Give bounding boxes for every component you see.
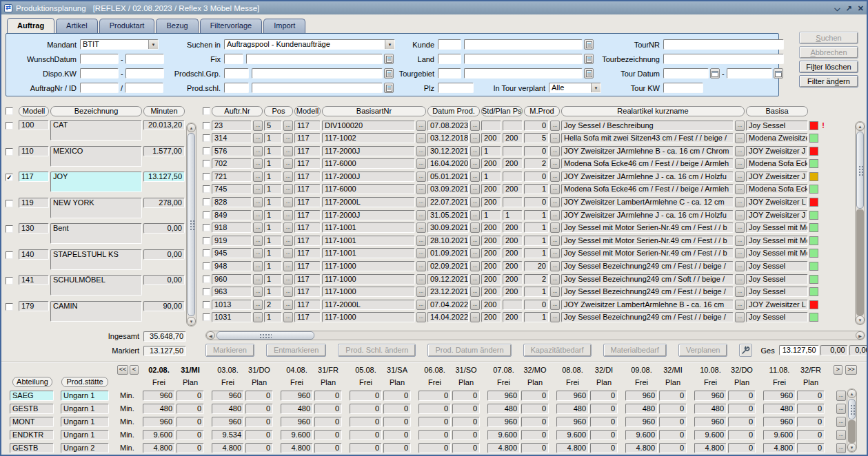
modell-cell[interactable]: 117: [294, 197, 321, 207]
capacity-row[interactable]: SAEGUngarn 1Min.960096009600000096009600…: [1, 390, 867, 401]
auftrnr-cell[interactable]: 918: [212, 222, 252, 233]
modell-cell[interactable]: 110: [19, 146, 49, 156]
ellipsis-button[interactable]: ...: [416, 274, 426, 284]
realartikel-cell[interactable]: Joy Sessel mit Motor Serien-Nr.49 cm / F…: [561, 222, 734, 233]
ellipsis-button[interactable]: ...: [550, 274, 560, 284]
bezeichnung-cell[interactable]: SCHULMÖBEL: [50, 275, 142, 296]
auftrnr-cell[interactable]: 849: [212, 210, 252, 220]
minuten-cell[interactable]: 13.127,50: [143, 172, 185, 182]
ellipsis-button[interactable]: ...: [283, 261, 293, 271]
fix-code-input[interactable]: [224, 54, 243, 64]
ellipsis-button[interactable]: ...: [550, 197, 560, 207]
ellipsis-button[interactable]: ...: [836, 430, 846, 440]
mprod-cell[interactable]: 0: [524, 172, 549, 182]
ellipsis-button[interactable]: ...: [735, 222, 745, 233]
auftrnr-cell[interactable]: 745: [212, 184, 252, 194]
std-cell[interactable]: 1: [481, 172, 501, 182]
auftrnr-cell[interactable]: 702: [212, 158, 252, 169]
lookup-icon[interactable]: [584, 54, 594, 64]
capacity-scrollbar[interactable]: ▲▼: [847, 388, 857, 453]
ellipsis-button[interactable]: ...: [416, 222, 426, 233]
datum-prod-cell[interactable]: 02.09.2021: [427, 261, 469, 271]
modell-cell[interactable]: 117: [294, 158, 321, 169]
ellipsis-button[interactable]: ...: [470, 172, 480, 182]
page-next-button[interactable]: >: [834, 365, 842, 375]
column-header-basisartnr[interactable]: BasisartNr: [322, 106, 426, 116]
ellipsis-button[interactable]: ...: [470, 158, 480, 169]
auftrnr-cell[interactable]: 721: [212, 172, 252, 182]
datum-prod-cell[interactable]: 07.08.2023: [427, 121, 469, 131]
plan-cell[interactable]: 200: [503, 274, 523, 284]
minuten-cell[interactable]: 0,00: [143, 275, 185, 285]
tournr-input[interactable]: [663, 39, 784, 50]
realartikel-cell[interactable]: Joy Sessel Bezeichnung249 cm / Fest / / …: [561, 287, 734, 297]
minuten-cell[interactable]: 90,00: [143, 301, 185, 311]
modell-cell[interactable]: 117: [294, 274, 321, 284]
order-row[interactable]: 23...5...117DIV100020...07.08.2023...0..…: [203, 120, 827, 131]
modell-cell[interactable]: 141: [19, 275, 49, 285]
suchen-in-select[interactable]: Auftragspool - Kundenaufträge▼: [224, 39, 395, 50]
realartikel-cell[interactable]: Hella Sofa mit zwei Sitzen43 cm / Fest /…: [561, 133, 734, 143]
std-cell[interactable]: 200: [481, 274, 501, 284]
realartikel-cell[interactable]: JOY Zweisitzer LambertArmlehne C - ca. 1…: [561, 197, 734, 207]
modell-cell[interactable]: 117: [294, 248, 321, 258]
mprod-cell[interactable]: 1: [524, 222, 549, 233]
auftrnr-cell[interactable]: 960: [212, 274, 252, 284]
realartikel-cell[interactable]: Joy Sessel Bezeichnung249 cm / Fest / / …: [561, 312, 734, 322]
chevron-down-icon[interactable]: ▼: [148, 40, 158, 49]
realartikel-cell[interactable]: JOY Zweisitzer JArmlehne J - ca. 16 cm /…: [561, 210, 734, 220]
mprod-cell[interactable]: 1: [524, 312, 549, 322]
bezeichnung-cell[interactable]: Bent: [50, 223, 142, 244]
basisartikel-cell[interactable]: Joy Sessel: [746, 121, 808, 131]
land-code-input[interactable]: [438, 54, 461, 64]
mprod-cell[interactable]: 1: [524, 287, 549, 297]
basisartnr-cell[interactable]: 117-2000L: [322, 300, 415, 310]
capacity-row[interactable]: MONTUngarn 1Min.960096009600000096009600…: [1, 416, 867, 427]
prod-schl-ändern-button[interactable]: Prod. Schl. ändern: [338, 344, 416, 357]
tour-datum-from-input[interactable]: [663, 68, 709, 79]
basisartikel-cell[interactable]: Joy Sessel: [746, 274, 808, 284]
auftrnr-cell[interactable]: 948: [212, 261, 252, 271]
abbrechen-button[interactable]: Abbrechen: [799, 46, 858, 59]
pos-cell[interactable]: 1: [264, 261, 282, 271]
column-header-std-plan-psl[interactable]: Std/Plan Psl.: [481, 106, 523, 116]
ellipsis-button[interactable]: ...: [283, 197, 293, 207]
ellipsis-button[interactable]: ...: [283, 287, 293, 297]
datum-prod-cell[interactable]: 09.12.2021: [427, 274, 469, 284]
model-table-scrollbar[interactable]: ▲▼: [186, 123, 196, 327]
ellipsis-button[interactable]: ...: [735, 312, 745, 322]
std-cell[interactable]: 200: [481, 197, 501, 207]
scroll-thumb[interactable]: [856, 132, 864, 209]
plan-cell[interactable]: [503, 146, 523, 156]
ellipsis-button[interactable]: ...: [470, 248, 480, 258]
capacity-row[interactable]: ENDKTRUngarn 1Min.9.60009.53409.60000000…: [1, 429, 867, 440]
column-header-prod-staette[interactable]: Prod.stätte: [61, 377, 108, 387]
order-row[interactable]: 702...1...117117-6000...16.04.2020...200…: [203, 158, 827, 169]
fix-text-input[interactable]: [246, 54, 383, 64]
basisartikel-cell[interactable]: Joy Sessel: [746, 261, 808, 271]
model-row[interactable]: 141SCHULMÖBEL0,00: [6, 275, 185, 298]
datum-prod-cell[interactable]: 03.09.2021: [427, 184, 469, 194]
bezeichnung-cell[interactable]: CAT: [50, 120, 142, 141]
ellipsis-button[interactable]: ...: [416, 287, 426, 297]
restore-icon[interactable]: ↗: [846, 5, 852, 12]
ellipsis-button[interactable]: ...: [735, 287, 745, 297]
ellipsis-button[interactable]: ...: [416, 248, 426, 258]
column-header-m-prod[interactable]: M.Prod: [524, 106, 560, 116]
ellipsis-button[interactable]: ...: [416, 184, 426, 194]
row-checkbox[interactable]: [6, 225, 13, 233]
bezeichnung-cell[interactable]: JOY: [50, 172, 142, 192]
column-header-auftr-nr[interactable]: Auftr.Nr: [212, 106, 263, 116]
lookup-icon[interactable]: [584, 68, 594, 79]
mprod-cell[interactable]: 20: [524, 261, 549, 271]
ellipsis-button[interactable]: ...: [283, 222, 293, 233]
ellipsis-button[interactable]: ...: [550, 236, 560, 246]
wunschdatum-to-input[interactable]: [125, 54, 164, 64]
plan-cell[interactable]: [503, 172, 523, 182]
modell-cell[interactable]: 117: [294, 121, 321, 131]
basisartikel-cell[interactable]: JOY Zweisitzer J: [746, 210, 808, 220]
page-prev-button[interactable]: <: [130, 365, 139, 375]
order-row[interactable]: 919...1...117117-1001...28.10.2021...200…: [203, 235, 827, 246]
ellipsis-button[interactable]: ...: [735, 210, 745, 220]
column-header-minuten[interactable]: Minuten: [143, 106, 185, 116]
